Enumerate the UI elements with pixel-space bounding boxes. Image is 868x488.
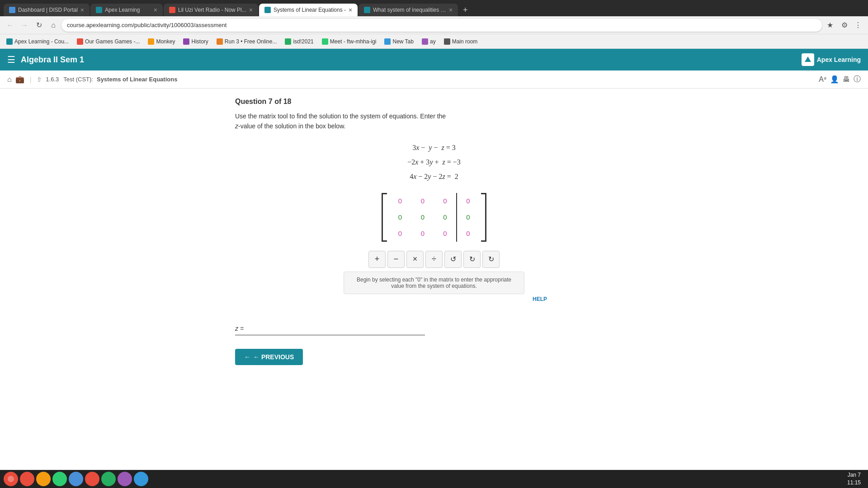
breadcrumb-title: Systems of Linear Equations xyxy=(97,76,177,83)
multiply-button[interactable]: × xyxy=(406,251,424,268)
matrix-cell-r2c3[interactable]: 0 xyxy=(434,209,457,225)
tab-music[interactable]: Lil Uzi Vert Radio - Now Pl... × xyxy=(164,4,258,16)
taskbar-icon-8[interactable] xyxy=(118,472,132,486)
hint-box: Begin by selecting each "0" in the matri… xyxy=(344,272,524,294)
hint-container: Begin by selecting each "0" in the matri… xyxy=(321,272,547,302)
bookmark-mainroom[interactable]: Main room xyxy=(441,38,481,46)
print-icon[interactable]: 🖶 xyxy=(843,75,850,84)
matrix-controls: + − × ÷ ↺ ↻ ↻ xyxy=(235,251,633,268)
matrix-cell-r3c2[interactable]: 0 xyxy=(411,225,434,242)
tab-favicon xyxy=(9,7,15,13)
back-button[interactable]: ← xyxy=(4,19,16,32)
tab-favicon-apex xyxy=(96,7,102,13)
matrix-cell-r3c4[interactable]: 0 xyxy=(457,225,479,242)
svg-marker-0 xyxy=(805,56,811,62)
bookmark-monkey[interactable]: Monkey xyxy=(145,38,178,46)
new-tab-button[interactable]: + xyxy=(459,4,472,16)
tab-close-apex[interactable]: × xyxy=(154,6,157,14)
matrix-cell-r3c1[interactable]: 0 xyxy=(389,225,411,242)
bookmark-icon-mainroom xyxy=(444,38,450,45)
sub-header-divider: | xyxy=(30,76,32,83)
bookmark-history[interactable]: History xyxy=(180,38,211,46)
matrix-table: 0 0 0 0 0 0 0 0 0 0 xyxy=(389,193,479,242)
ext-btn-1[interactable]: ⚙ xyxy=(838,19,851,32)
user-icon[interactable]: 👤 xyxy=(830,75,839,84)
tab-apex[interactable]: Apex Learning × xyxy=(90,4,163,16)
tab-favicon-ineq xyxy=(364,7,370,13)
bookmark-isd[interactable]: isd!2021 xyxy=(282,38,316,46)
apex-logo: Apex Learning xyxy=(802,53,861,66)
hamburger-menu-icon[interactable]: ☰ xyxy=(7,54,15,65)
taskbar-icon-1[interactable] xyxy=(4,472,18,486)
bookmark-games[interactable]: Our Games Games -... xyxy=(74,38,142,46)
reset-button[interactable]: ↻ xyxy=(482,251,500,268)
help-circle-icon[interactable]: ⓘ xyxy=(854,75,861,84)
taskbar-icon-3[interactable] xyxy=(36,472,51,486)
breadcrumb-upload-icon: ⇧ xyxy=(37,76,42,83)
tab-close-dashboard[interactable]: × xyxy=(80,6,84,14)
home-nav-button[interactable]: ⌂ xyxy=(47,19,60,32)
translate-icon[interactable]: Aᵃ xyxy=(819,75,826,84)
bookmark-run3[interactable]: Run 3 • Free Online... xyxy=(214,38,280,46)
tab-linear-eq[interactable]: Systems of Linear Equations - × xyxy=(259,4,358,16)
question-header: Question 7 of 18 xyxy=(235,98,633,106)
bookmark-apex-cou[interactable]: Apex Learning - Cou... xyxy=(4,38,71,46)
matrix-row-3: 0 0 0 0 xyxy=(389,225,479,242)
redo-button[interactable]: ↻ xyxy=(463,251,481,268)
app-header: ☰ Algebra II Sem 1 Apex Learning xyxy=(0,49,868,70)
taskbar-icon-6[interactable] xyxy=(85,472,99,486)
tab-inequalities[interactable]: What system of inequalities w... × xyxy=(359,4,458,16)
matrix-row-2: 0 0 0 0 xyxy=(389,209,479,225)
matrix-cell-r1c2[interactable]: 0 xyxy=(411,193,434,209)
tab-dashboard[interactable]: Dashboard | DISD Portal × xyxy=(4,4,90,16)
bookmark-label-mainroom: Main room xyxy=(452,38,478,45)
tab-title-music: Lil Uzi Vert Radio - Now Pl... xyxy=(178,7,246,13)
taskbar-icon-9[interactable] xyxy=(134,472,148,486)
taskbar-icon-5[interactable] xyxy=(69,472,83,486)
matrix-cell-r1c1[interactable]: 0 xyxy=(389,193,411,209)
matrix-cell-r2c2[interactable]: 0 xyxy=(411,209,434,225)
taskbar: Jan 7 11:15 xyxy=(0,470,868,488)
taskbar-icon-2[interactable] xyxy=(20,472,34,486)
matrix-cell-r2c4[interactable]: 0 xyxy=(457,209,479,225)
briefcase-icon[interactable]: 💼 xyxy=(15,75,24,84)
reload-button[interactable]: ↻ xyxy=(33,19,45,32)
home-icon[interactable]: ⌂ xyxy=(7,75,12,84)
matrix-cell-r1c4[interactable]: 0 xyxy=(457,193,479,209)
matrix-cell-r1c3[interactable]: 0 xyxy=(434,193,457,209)
bookmark-ay[interactable]: ay xyxy=(419,38,439,46)
matrix-cell-r2c1[interactable]: 0 xyxy=(389,209,411,225)
undo-button[interactable]: ↺ xyxy=(444,251,462,268)
taskbar-icon-4[interactable] xyxy=(52,472,67,486)
forward-button[interactable]: → xyxy=(18,19,31,32)
address-input[interactable] xyxy=(61,19,822,32)
breadcrumb: 1.6.3 Test (CST): Systems of Linear Equa… xyxy=(46,76,177,83)
tab-title-ineq: What system of inequalities w... xyxy=(373,7,446,13)
taskbar-time: Jan 7 11:15 xyxy=(847,471,864,487)
bookmark-icon-newtab xyxy=(384,38,391,45)
answer-section: z = xyxy=(235,320,633,335)
matrix-row-1: 0 0 0 0 xyxy=(389,193,479,209)
tab-close-lineareq[interactable]: × xyxy=(349,6,352,14)
bookmark-label-apex: Apex Learning - Cou... xyxy=(14,38,69,45)
bookmark-newtab[interactable]: New Tab xyxy=(382,38,416,46)
divide-button[interactable]: ÷ xyxy=(425,251,443,268)
app-header-left: ☰ Algebra II Sem 1 xyxy=(7,54,84,65)
sub-header-left: ⌂ 💼 | ⇧ 1.6.3 Test (CST): Systems of Lin… xyxy=(7,75,177,84)
previous-button[interactable]: ← ← PREVIOUS xyxy=(235,349,303,365)
previous-label: ← PREVIOUS xyxy=(253,353,294,361)
matrix-bracket-left xyxy=(382,193,387,242)
matrix-bracket-right xyxy=(481,193,486,242)
add-button[interactable]: + xyxy=(368,251,386,268)
taskbar-icon-7[interactable] xyxy=(101,472,116,486)
tab-bar: Dashboard | DISD Portal × Apex Learning … xyxy=(0,0,868,16)
tab-close-music[interactable]: × xyxy=(249,6,253,14)
bookmark-meet[interactable]: Meet - ftw-mhha-igi xyxy=(319,38,379,46)
matrix-cell-r3c3[interactable]: 0 xyxy=(434,225,457,242)
bookmark-star-icon[interactable]: ★ xyxy=(824,19,836,32)
help-link[interactable]: HELP xyxy=(533,296,547,302)
ext-btn-2[interactable]: ⋮ xyxy=(852,19,864,32)
tab-title-lineareq: Systems of Linear Equations - xyxy=(274,7,346,13)
subtract-button[interactable]: − xyxy=(387,251,405,268)
tab-close-ineq[interactable]: × xyxy=(449,6,453,14)
